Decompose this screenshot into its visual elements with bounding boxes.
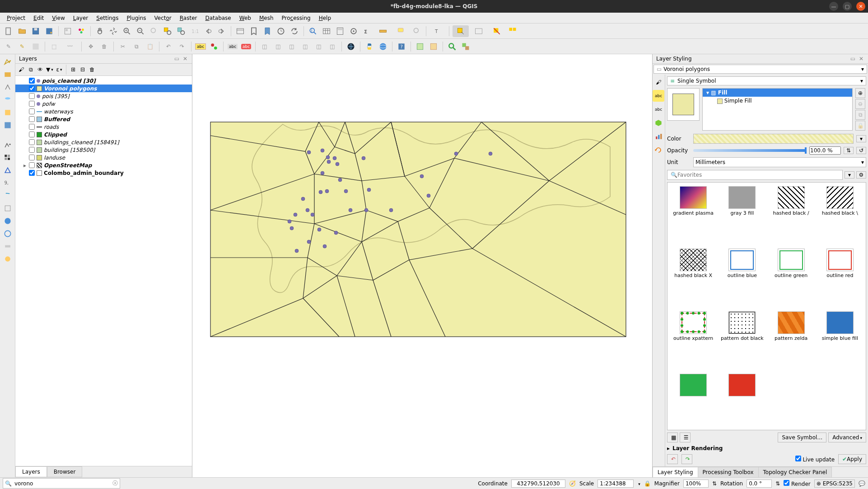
- map-tips-icon[interactable]: [393, 25, 409, 37]
- symbology-tab-icon[interactable]: 🖌: [653, 76, 664, 88]
- label-abc-red-icon[interactable]: abc: [240, 41, 252, 52]
- extents-icon[interactable]: 🧭: [569, 480, 576, 487]
- toggle-edit-icon[interactable]: ✎: [16, 41, 28, 52]
- move-feature-icon[interactable]: ✥: [85, 41, 97, 52]
- label-tool-3-icon[interactable]: ◫: [286, 41, 298, 52]
- opacity-spin[interactable]: ⇅: [844, 147, 854, 154]
- save-project-icon[interactable]: [30, 25, 42, 37]
- deselect-icon[interactable]: [489, 25, 505, 37]
- layer-rendering-section[interactable]: ▸ Layer Rendering: [667, 445, 866, 451]
- select-by-value-icon[interactable]: [471, 25, 487, 37]
- save-as-icon[interactable]: [43, 25, 55, 37]
- opacity-slider[interactable]: [693, 149, 807, 152]
- add-virtual-icon[interactable]: [2, 202, 14, 214]
- layer-item-2[interactable]: pois [395]: [15, 92, 192, 100]
- add-raster-icon[interactable]: [2, 152, 14, 164]
- tab-layer-styling[interactable]: Layer Styling: [653, 467, 698, 477]
- text-annotation-icon[interactable]: T: [429, 25, 446, 37]
- maximize-button[interactable]: ▢: [843, 2, 852, 11]
- style-preset-0[interactable]: gradient plasma: [671, 186, 715, 244]
- menu-mesh[interactable]: Mesh: [255, 14, 278, 23]
- save-symbol-button[interactable]: Save Symbol…: [778, 433, 826, 442]
- zoom-in-icon[interactable]: [121, 25, 133, 37]
- add-csv-icon[interactable]: 9,: [2, 177, 14, 189]
- quickosm-icon[interactable]: [345, 41, 357, 52]
- symbol-type-combo[interactable]: ≡Single Symbol▾: [667, 76, 866, 85]
- style-preset-6[interactable]: outline green: [769, 249, 813, 306]
- color-menu-button[interactable]: ▾: [856, 135, 866, 142]
- lock-symbol-layer-button[interactable]: 🔒: [855, 121, 865, 131]
- plugin-2-icon[interactable]: [428, 41, 439, 52]
- scale-drop[interactable]: [637, 480, 640, 487]
- menu-layer[interactable]: Layer: [69, 14, 92, 23]
- style-preset-7[interactable]: outline red: [818, 249, 862, 306]
- new-virtual-icon[interactable]: [2, 107, 14, 118]
- labels-tab-icon[interactable]: abc: [653, 90, 664, 102]
- tab-processing-toolbox[interactable]: Processing Toolbox: [698, 467, 759, 477]
- layer-item-10[interactable]: landuse: [15, 154, 192, 161]
- add-vector-icon[interactable]: [2, 56, 14, 68]
- new-annotation-icon[interactable]: [411, 25, 423, 37]
- layer-item-6[interactable]: roads: [15, 123, 192, 131]
- crs-button[interactable]: ⊕ EPSG:5235: [814, 480, 855, 488]
- expand-all-icon[interactable]: ⊞: [69, 66, 77, 74]
- web-icon[interactable]: [377, 41, 389, 52]
- identify-icon[interactable]: i: [307, 25, 319, 37]
- layer-item-12[interactable]: Colombo_admin_boundary: [15, 169, 192, 177]
- style-layer-combo[interactable]: ▭ Voronoi polygons▾: [653, 65, 867, 74]
- menu-plugins[interactable]: Plugins: [123, 14, 150, 23]
- add-group-icon[interactable]: ⧉: [27, 66, 35, 74]
- pan-icon[interactable]: [94, 25, 106, 37]
- menu-web[interactable]: Web: [235, 14, 255, 23]
- pan-to-selection-icon[interactable]: [107, 25, 119, 37]
- style-preset-12[interactable]: [671, 374, 715, 426]
- copy-icon[interactable]: ⧉: [131, 41, 142, 52]
- add-vector-layer-icon[interactable]: [2, 139, 14, 151]
- zoom-last-icon[interactable]: [202, 25, 214, 37]
- field-calc-icon[interactable]: [334, 25, 346, 37]
- menu-processing[interactable]: Processing: [278, 14, 315, 23]
- topology-checker-icon[interactable]: [460, 41, 471, 52]
- coordinate-input[interactable]: [511, 480, 565, 488]
- magnifier-spin[interactable]: ⇅: [712, 480, 717, 487]
- filter-legend-icon[interactable]: ▼: [46, 66, 54, 74]
- help-icon[interactable]: ?: [396, 41, 407, 52]
- label-abc-gray-icon[interactable]: abc: [227, 41, 238, 52]
- layer-item-5[interactable]: Buffered: [15, 115, 192, 123]
- select-features-icon[interactable]: [453, 25, 469, 37]
- label-rule-icon[interactable]: [208, 41, 220, 52]
- label-tool-6-icon[interactable]: ◫: [327, 41, 338, 52]
- close-button[interactable]: ✕: [856, 2, 865, 11]
- zoom-next-icon[interactable]: [216, 25, 228, 37]
- tab-topology-checker[interactable]: Topology Checker Panel: [758, 467, 832, 477]
- redo-icon[interactable]: ↷: [176, 41, 188, 52]
- magnifier-input[interactable]: [683, 480, 709, 488]
- open-table-icon[interactable]: [321, 25, 332, 37]
- edits-pencil-gray-icon[interactable]: ✎: [3, 41, 14, 52]
- add-spatialite-icon[interactable]: [2, 190, 14, 202]
- python-console-icon[interactable]: [364, 41, 375, 52]
- history-tab-icon[interactable]: [653, 144, 664, 156]
- redo-style-button[interactable]: ↷: [681, 454, 692, 464]
- open-project-icon[interactable]: [16, 25, 28, 37]
- style-preset-3[interactable]: hashed black \: [818, 186, 862, 244]
- undo-style-button[interactable]: ↶: [667, 454, 678, 464]
- advanced-button[interactable]: Advanced: [828, 433, 866, 442]
- menu-edit[interactable]: Edit: [29, 14, 48, 23]
- new-spatialite-icon[interactable]: [2, 94, 14, 106]
- diagrams-tab-icon[interactable]: [653, 131, 664, 142]
- label-abc-yellow-icon[interactable]: abc: [195, 41, 206, 52]
- render-check[interactable]: Render: [784, 480, 811, 487]
- layer-item-8[interactable]: buildings_cleaned [158491]: [15, 138, 192, 146]
- layer-item-3[interactable]: pofw: [15, 100, 192, 108]
- new-project-icon[interactable]: [3, 25, 14, 37]
- zoom-native-icon[interactable]: 1:1: [189, 25, 201, 37]
- style-preset-11[interactable]: simple blue fill: [818, 311, 862, 369]
- temporal-icon[interactable]: [275, 25, 287, 37]
- map-canvas[interactable]: [192, 54, 652, 477]
- style-manager-button[interactable]: ⚙: [856, 171, 866, 179]
- zoom-selection-icon[interactable]: [162, 25, 173, 37]
- add-feature-icon[interactable]: ⬚: [48, 41, 60, 52]
- add-xyz-icon[interactable]: [2, 228, 14, 240]
- style-preset-4[interactable]: hashed black X: [671, 249, 715, 306]
